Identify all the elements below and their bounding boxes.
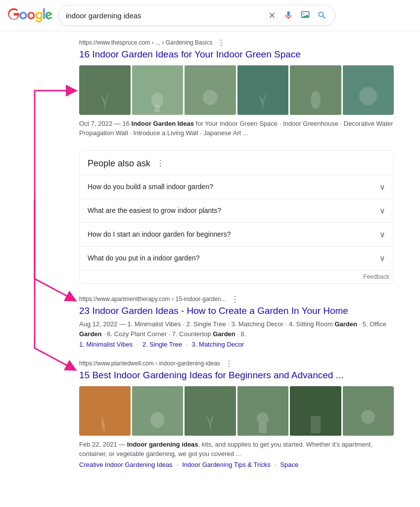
result-item-3: https://www.plantedwell.com › indoor-gar… (79, 360, 394, 468)
result-3-images[interactable] (79, 386, 394, 436)
image-search-button[interactable] (299, 9, 311, 21)
result-item-2: https://www.apartmenttherapy.com › 15-in… (79, 296, 394, 349)
result-1-title[interactable]: 16 Indoor Garden Ideas for Your Indoor G… (79, 48, 394, 61)
result-1-image-1[interactable] (79, 65, 131, 115)
sitelink-space[interactable]: Space (280, 461, 298, 468)
svg-rect-10 (311, 416, 321, 433)
result-3-sitelinks: Creative Indoor Gardening Ideas · Indoor… (79, 461, 394, 468)
result-3-image-4[interactable] (237, 386, 289, 436)
clear-button[interactable] (267, 10, 278, 21)
paa-chevron-2: ∨ (379, 206, 385, 215)
result-2-url: https://www.apartmenttherapy.com › 15-in… (79, 296, 226, 303)
paa-item-1[interactable]: How do you build a small indoor garden? … (80, 175, 393, 199)
paa-title-text: People also ask (88, 158, 150, 169)
result-1-image-6[interactable] (343, 65, 394, 115)
result-1-image-4[interactable] (237, 65, 289, 115)
result-3-kebab-button[interactable]: ⋮ (223, 360, 235, 368)
sitelink-tips-tricks[interactable]: Indoor Gardening Tips & Tricks (182, 461, 270, 468)
result-1-images[interactable] (79, 65, 394, 115)
sitelink-single-tree[interactable]: 2. Single Tree (142, 341, 182, 348)
paa-question-3: How do I start an indoor garden for begi… (88, 230, 231, 238)
result-3-image-1[interactable] (79, 386, 131, 436)
svg-point-7 (150, 412, 164, 428)
paa-chevron-4: ∨ (379, 254, 385, 263)
paa-chevron-3: ∨ (379, 230, 385, 239)
svg-point-9 (257, 412, 269, 424)
feedback-label: Feedback (363, 273, 389, 280)
result-3-url: https://www.plantedwell.com › indoor-gar… (79, 360, 220, 367)
svg-point-4 (203, 90, 218, 105)
result-3-image-2[interactable] (132, 386, 184, 436)
header (0, 0, 420, 31)
result-1-kebab-button[interactable]: ⋮ (215, 39, 227, 47)
people-also-ask-section: People also ask ⋮ How do you build a sma… (79, 150, 394, 284)
result-2-title[interactable]: 23 Indoor Garden Ideas - How to Create a… (79, 304, 394, 318)
search-bar[interactable] (58, 5, 335, 26)
result-3-url-row: https://www.plantedwell.com › indoor-gar… (79, 360, 394, 368)
paa-feedback: Feedback (80, 270, 393, 283)
paa-kebab-button[interactable]: ⋮ (154, 159, 166, 167)
result-3-snippet: Feb 22, 2021 — Indoor gardening ideas, k… (79, 440, 394, 459)
result-3-image-6[interactable] (343, 386, 394, 436)
sitelink-matching-decor[interactable]: 3. Matching Decor (192, 341, 244, 348)
result-1-url-row: https://www.thespruce.com › ... › Garden… (79, 39, 394, 47)
result-1-image-3[interactable] (185, 65, 236, 115)
search-button[interactable] (316, 9, 328, 21)
svg-point-6 (359, 87, 377, 105)
google-logo[interactable] (8, 5, 52, 25)
svg-point-1 (303, 13, 305, 14)
svg-point-11 (361, 410, 375, 424)
result-2-sitelinks: 1. Minimalist Vibes · 2. Single Tree · 3… (79, 341, 394, 348)
search-results: https://www.thespruce.com › ... › Garden… (0, 31, 406, 488)
sitelink-minimalist-vibes[interactable]: 1. Minimalist Vibes (79, 341, 133, 348)
result-3-image-3[interactable] (185, 386, 236, 436)
result-2-url-row: https://www.apartmenttherapy.com › 15-in… (79, 296, 394, 304)
svg-rect-8 (259, 423, 267, 433)
paa-title: People also ask ⋮ (80, 151, 393, 175)
paa-chevron-1: ∨ (379, 182, 385, 192)
result-1-image-5[interactable] (290, 65, 341, 115)
paa-item-2[interactable]: What are the easiest to grow indoor plan… (80, 199, 393, 222)
sitelink-creative-indoor[interactable]: Creative Indoor Gardening Ideas (79, 461, 173, 468)
result-1-snippet: Oct 7, 2022 — 16 Indoor Garden Ideas for… (79, 119, 394, 138)
search-input[interactable] (66, 11, 263, 20)
result-2-kebab-button[interactable]: ⋮ (229, 296, 241, 304)
paa-item-4[interactable]: What do you put in a indoor garden? ∨ (80, 246, 393, 270)
paa-item-3[interactable]: How do I start an indoor garden for begi… (80, 222, 393, 246)
result-2-snippet: Aug 12, 2022 — 1. Minimalist Vibes · 2. … (79, 319, 394, 339)
svg-point-5 (311, 91, 321, 109)
paa-question-4: What do you put in a indoor garden? (88, 254, 200, 262)
result-item-1: https://www.thespruce.com › ... › Garden… (79, 39, 394, 138)
result-1-url: https://www.thespruce.com › ... › Garden… (79, 39, 212, 46)
paa-question-2: What are the easiest to grow indoor plan… (88, 206, 221, 214)
result-1-image-2[interactable] (132, 65, 184, 115)
voice-search-button[interactable] (282, 9, 294, 21)
svg-point-3 (151, 93, 163, 107)
result-3-image-5[interactable] (290, 386, 341, 436)
result-3-title[interactable]: 15 Best Indoor Gardening Ideas for Begin… (79, 369, 394, 382)
paa-question-1: How do you build a small indoor garden? (88, 183, 213, 191)
